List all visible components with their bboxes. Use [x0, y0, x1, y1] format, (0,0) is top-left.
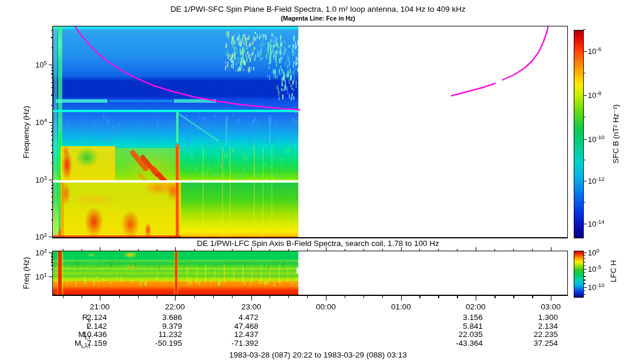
colorbar-minor-tick	[583, 283, 585, 284]
y-minor-tick	[51, 188, 53, 188]
x-minor-tick-top	[364, 249, 364, 251]
sfc-colorbar	[574, 30, 584, 238]
colorbar-major-tick	[583, 269, 587, 269]
x-minor-tick	[457, 295, 457, 298]
y-minor-tick	[51, 269, 53, 270]
ephemeris-value: -43.364	[436, 339, 483, 348]
colorbar-major-tick	[583, 287, 587, 288]
y-minor-tick	[51, 220, 53, 220]
colorbar-major-tick	[583, 181, 587, 181]
y-minor-tick	[51, 125, 53, 126]
y-minor-tick	[51, 258, 53, 258]
y-minor-tick	[51, 185, 53, 186]
x-minor-tick	[345, 295, 345, 298]
x-major-tick-top	[326, 247, 327, 251]
x-tick-label: 01:00	[383, 302, 419, 311]
colorbar-minor-tick	[583, 117, 585, 117]
y-minor-tick	[51, 197, 53, 197]
x-minor-tick-top	[119, 249, 120, 251]
y-minor-tick	[51, 87, 53, 88]
x-minor-tick-top	[63, 249, 63, 251]
x-tick-label: 21:00	[82, 302, 117, 311]
y-minor-tick	[51, 254, 53, 254]
x-major-tick	[100, 295, 100, 301]
colorbar-tick-label: 10-8	[588, 90, 614, 100]
ephemeris-value: -50.195	[135, 339, 182, 348]
x-minor-tick-top	[307, 249, 308, 251]
colorbar-minor-tick	[583, 29, 585, 30]
colorbar-minor-tick	[583, 265, 585, 266]
y-minor-tick	[51, 265, 53, 265]
ephemeris-value: 22.235	[511, 330, 558, 339]
x-tick-label: 00:00	[308, 302, 344, 311]
x-major-tick	[476, 295, 476, 301]
x-tick-label: 03:00	[533, 302, 568, 311]
colorbar-minor-tick	[583, 255, 585, 255]
sfc-y-axis-label: Frequency (Hz)	[22, 106, 31, 159]
y-major-tick	[49, 180, 53, 180]
ephemeris-value: 3.156	[436, 313, 483, 322]
x-major-tick	[251, 295, 252, 301]
sfc-subtitle: (Magenta Line: Fce in Hz)	[0, 15, 636, 22]
x-major-tick-top	[476, 247, 476, 251]
x-minor-tick-top	[457, 249, 457, 251]
y-minor-tick	[51, 259, 53, 260]
x-minor-tick	[213, 295, 214, 298]
colorbar-major-tick	[583, 252, 587, 253]
y-major-tick	[49, 65, 53, 65]
colorbar-minor-tick	[583, 276, 585, 277]
x-minor-tick	[194, 295, 195, 298]
x-tick-label: 23:00	[234, 302, 269, 311]
sfc-title: DE 1/PWI-SFC Spin Plane B-Field Spectra,…	[0, 5, 636, 14]
y-minor-tick	[51, 73, 53, 74]
y-minor-tick	[51, 68, 53, 68]
x-major-tick-top	[551, 247, 551, 251]
x-minor-tick-top	[194, 249, 195, 251]
y-tick-label: 102	[22, 231, 47, 241]
y-minor-tick	[51, 192, 53, 193]
colorbar-minor-tick	[583, 262, 585, 262]
x-tick-label: 02:00	[458, 302, 493, 311]
y-tick-label: 103	[22, 174, 47, 184]
x-major-tick	[551, 295, 551, 301]
ephemeris-value: 9.379	[135, 322, 182, 331]
x-minor-tick-top	[213, 249, 214, 251]
colorbar-minor-tick	[583, 272, 585, 273]
colorbar-minor-tick	[583, 279, 585, 280]
x-minor-tick	[382, 295, 383, 298]
sfc-panel-border	[52, 26, 568, 238]
y-minor-tick	[51, 255, 53, 255]
colorbar-tick-label: 100	[588, 247, 614, 257]
x-minor-tick	[138, 295, 139, 298]
lfc-title: DE 1/PWI-LFC Spin Axis B-Field Spectra, …	[0, 239, 636, 248]
x-minor-tick-top	[419, 249, 420, 251]
ephemeris-value: 4.472	[211, 313, 258, 322]
y-minor-tick	[51, 135, 53, 136]
x-major-tick	[401, 295, 402, 301]
x-minor-tick-top	[157, 249, 157, 251]
x-minor-tick	[438, 295, 439, 298]
ephemeris-value: 12.437	[211, 330, 258, 339]
x-minor-tick	[513, 295, 514, 298]
y-minor-tick	[51, 256, 53, 257]
y-tick-label: 101	[22, 271, 47, 281]
ephemeris-value: 3.686	[135, 313, 182, 322]
colorbar-minor-tick	[583, 258, 585, 259]
x-minor-tick-top	[270, 249, 270, 251]
ephemeris-value: 11.232	[135, 330, 182, 339]
x-minor-tick-top	[138, 249, 139, 251]
x-minor-tick	[157, 295, 157, 298]
x-minor-tick-top	[345, 249, 345, 251]
ephemeris-value: 10.436	[60, 330, 107, 339]
ephemeris-value: -71.392	[211, 339, 258, 348]
colorbar-tick-label: 10-12	[588, 176, 614, 186]
x-minor-tick	[232, 295, 233, 298]
colorbar-minor-tick	[583, 160, 585, 160]
x-minor-tick	[494, 295, 495, 298]
y-minor-tick	[51, 152, 53, 153]
y-minor-tick	[51, 105, 53, 106]
y-major-tick	[49, 122, 53, 123]
y-major-tick	[49, 277, 53, 277]
time-range-caption: 1983-03-28 (087) 20:22 to 1983-03-29 (08…	[0, 350, 636, 359]
y-tick-label: 104	[22, 117, 47, 127]
